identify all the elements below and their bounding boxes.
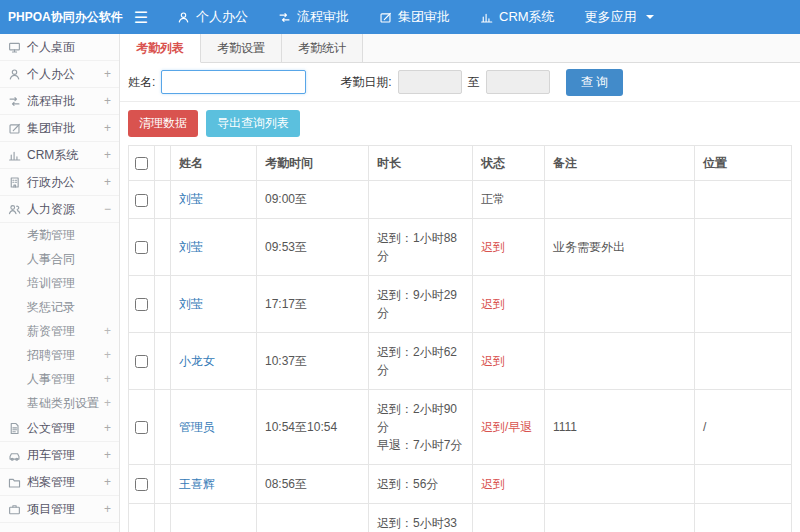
status-cell: 迟到 (473, 219, 545, 276)
name-cell: 黄莺 (171, 504, 257, 532)
location-cell (695, 219, 792, 276)
employee-name-link[interactable]: 刘莹 (179, 240, 203, 254)
row-gap-cell (155, 219, 171, 276)
row-checkbox[interactable] (135, 478, 148, 491)
sidebar-item-label: 项目管理 (27, 501, 75, 518)
sidebar-item-label: 集团审批 (27, 120, 75, 137)
name-filter-label: 姓名: (128, 74, 155, 91)
duration-cell: 迟到：2小时62分 (369, 333, 473, 390)
export-list-button[interactable]: 导出查询列表 (206, 110, 300, 137)
sidebar-subitem-attendance-management[interactable]: 考勤管理 (0, 223, 119, 247)
remark-cell: 1111 (545, 390, 695, 465)
sidebar-subitem-personnel-management[interactable]: 人事管理+ (0, 367, 119, 391)
sidebar-subitem-label: 薪资管理 (27, 323, 75, 340)
flow-icon (278, 11, 291, 24)
search-button[interactable]: 查 询 (566, 69, 623, 96)
duration-cell: 迟到：56分 (369, 465, 473, 504)
sidebar-subitem-label: 基础类别设置 (27, 395, 99, 412)
row-checkbox-cell (129, 181, 155, 219)
tab-attendance-statistics[interactable]: 考勤统计 (282, 34, 363, 62)
date-to-input[interactable] (486, 70, 550, 94)
edit-icon (379, 11, 392, 24)
sidebar-item-label: 公文管理 (27, 420, 75, 437)
header-gap-cell (155, 146, 171, 181)
sidebar-item-project-management[interactable]: 项目管理+ (0, 496, 119, 523)
date-from-input[interactable] (398, 70, 462, 94)
expand-plus-icon: + (104, 448, 111, 462)
sidebar-item-crm-system[interactable]: CRM系统+ (0, 142, 119, 169)
nav-item-crm-system[interactable]: CRM系统 (465, 0, 570, 34)
sidebar-subitem-training-management[interactable]: 培训管理 (0, 271, 119, 295)
employee-name-link[interactable]: 小龙女 (179, 354, 215, 368)
status-cell: 迟到 (473, 333, 545, 390)
employee-name-link[interactable]: 管理员 (179, 420, 215, 434)
nav-item-group-approval[interactable]: 集团审批 (364, 0, 465, 34)
sidebar-item-admin-office[interactable]: 行政办公+ (0, 169, 119, 196)
doc-icon (8, 422, 21, 435)
sidebar-subitem-salary-management[interactable]: 薪资管理+ (0, 319, 119, 343)
nav-item-personal-office[interactable]: 个人办公 (162, 0, 263, 34)
table-row: 小龙女10:37至迟到：2小时62分迟到 (129, 333, 792, 390)
location-cell (695, 276, 792, 333)
location-cell (695, 333, 792, 390)
employee-name-link[interactable]: 刘莹 (179, 297, 203, 311)
sidebar-subitem-personnel-contract[interactable]: 人事合同 (0, 247, 119, 271)
clean-data-button[interactable]: 清理数据 (128, 110, 198, 137)
row-checkbox[interactable] (135, 194, 148, 207)
desktop-icon (8, 41, 21, 54)
sidebar-item-personal-desktop[interactable]: 个人桌面 (0, 34, 119, 61)
table-row: 刘莹09:00至正常 (129, 181, 792, 219)
sidebar-item-document-management[interactable]: 公文管理+ (0, 415, 119, 442)
sidebar-subitem-reward-punishment[interactable]: 奖惩记录 (0, 295, 119, 319)
remark-cell (545, 333, 695, 390)
users-icon (8, 203, 21, 216)
remark-cell (545, 465, 695, 504)
row-gap-cell (155, 276, 171, 333)
briefcase-icon (8, 503, 21, 516)
column-header-status: 状态 (473, 146, 545, 181)
sidebar-item-label: 行政办公 (27, 174, 75, 191)
duration-cell (369, 181, 473, 219)
attendance-time-cell: 09:53至 (257, 219, 369, 276)
sidebar-item-vehicle-management[interactable]: 用车管理+ (0, 442, 119, 469)
remark-cell (545, 276, 695, 333)
attendance-time-cell: 09:00至 (257, 181, 369, 219)
status-cell: 迟到 (473, 276, 545, 333)
sidebar-item-group-approval[interactable]: 集团审批+ (0, 115, 119, 142)
expand-plus-icon: + (104, 396, 111, 410)
row-checkbox[interactable] (135, 298, 148, 311)
table-row: 黄莺13:20至13:20迟到：5小时33分 早退：4小时67分迟到/早退/ (129, 504, 792, 532)
sidebar-subitem-label: 人事合同 (27, 251, 75, 268)
tab-attendance-list[interactable]: 考勤列表 (120, 34, 201, 63)
sidebar-subitem-base-category-settings[interactable]: 基础类别设置+ (0, 391, 119, 415)
attendance-time-cell: 10:54至10:54 (257, 390, 369, 465)
sidebar-item-archive-management[interactable]: 档案管理+ (0, 469, 119, 496)
row-checkbox[interactable] (135, 421, 148, 434)
remark-cell: 业务需要外出 (545, 219, 695, 276)
nav-item-workflow-approval[interactable]: 流程审批 (263, 0, 364, 34)
employee-name-link[interactable]: 刘莹 (179, 192, 203, 206)
hamburger-icon: ☰ (134, 8, 148, 27)
row-checkbox[interactable] (135, 355, 148, 368)
name-filter-input[interactable] (161, 70, 306, 94)
sidebar-item-personal-office[interactable]: 个人办公+ (0, 61, 119, 88)
attendance-time-cell: 17:17至 (257, 276, 369, 333)
name-cell: 刘莹 (171, 181, 257, 219)
nav-item-more-apps[interactable]: 更多应用 (570, 0, 669, 34)
sidebar-item-workflow-approval[interactable]: 流程审批+ (0, 88, 119, 115)
expand-plus-icon: + (104, 121, 111, 135)
select-all-checkbox[interactable] (135, 157, 148, 170)
sidebar-item-label: CRM系统 (27, 147, 78, 164)
sidebar-subitem-recruitment-management[interactable]: 招聘管理+ (0, 343, 119, 367)
tab-attendance-settings[interactable]: 考勤设置 (201, 34, 282, 62)
employee-name-link[interactable]: 王喜辉 (179, 477, 215, 491)
status-cell: 迟到 (473, 465, 545, 504)
caret-down-icon (646, 15, 654, 19)
column-header-remark: 备注 (545, 146, 695, 181)
row-checkbox[interactable] (135, 241, 148, 254)
sidebar-item-human-resources[interactable]: 人力资源− (0, 196, 119, 223)
duration-cell: 迟到：5小时33分 早退：4小时67分 (369, 504, 473, 532)
name-cell: 小龙女 (171, 333, 257, 390)
sidebar-toggle-button[interactable]: ☰ (120, 0, 162, 34)
attendance-time-cell: 13:20至13:20 (257, 504, 369, 532)
